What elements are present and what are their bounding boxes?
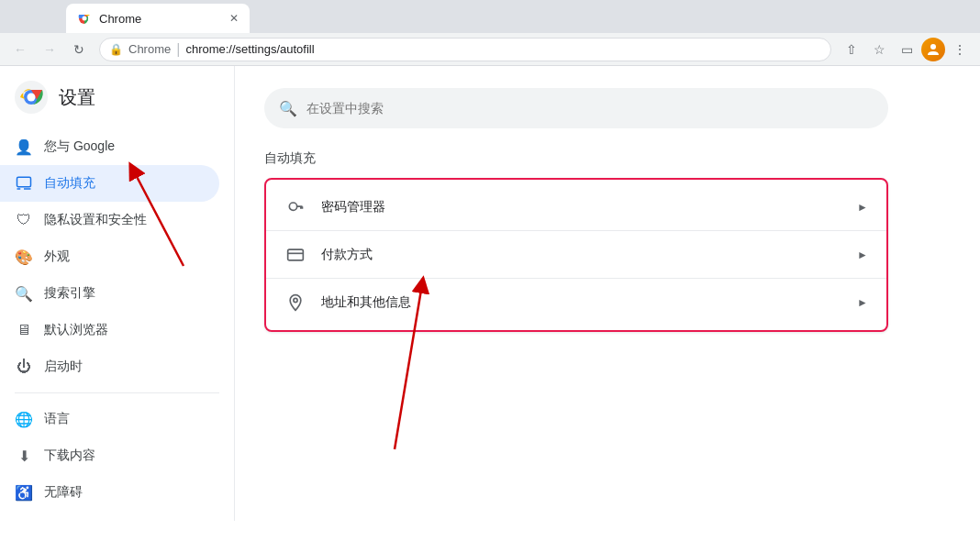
sidebar-item-download[interactable]: ⬇ 下载内容 <box>0 437 219 474</box>
sidebar-label-google: 您与 Google <box>44 138 115 155</box>
svg-point-2 <box>930 44 936 50</box>
sidebar-item-search[interactable]: 🔍 搜索引擎 <box>0 275 219 312</box>
settings-title: 设置 <box>59 85 95 110</box>
sidebar-item-accessibility[interactable]: ♿ 无障碍 <box>0 474 219 511</box>
location-pin-icon <box>284 293 306 312</box>
sidebar-item-language[interactable]: 🌐 语言 <box>0 401 219 437</box>
sidebar-label-startup: 启动时 <box>44 359 83 375</box>
sidebar-item-startup[interactable]: ⏻ 启动时 <box>0 348 219 385</box>
address-bar[interactable]: 🔒 Chrome | chrome://settings/autofill <box>99 38 831 61</box>
sidebar-label-browser: 默认浏览器 <box>44 322 108 338</box>
forward-button[interactable]: → <box>37 37 62 62</box>
key-icon <box>284 198 306 216</box>
sidebar-label-download: 下载内容 <box>44 447 95 464</box>
autofill-box: 密码管理器 ► 付款方式 ► <box>264 178 888 332</box>
window-button[interactable]: ▭ <box>894 37 919 62</box>
sidebar-label-autofill: 自动填充 <box>44 175 95 192</box>
tab-close-button[interactable]: ✕ <box>229 12 239 25</box>
bookmark-button[interactable]: ☆ <box>866 37 892 62</box>
menu-button[interactable]: ⋮ <box>947 37 973 62</box>
profile-icon <box>926 42 941 57</box>
tab-title: Chrome <box>99 12 222 26</box>
profile-button[interactable] <box>921 38 945 61</box>
sidebar-label-search: 搜索引擎 <box>44 285 95 302</box>
settings-header: 设置 <box>0 81 234 128</box>
sidebar-divider <box>15 392 219 393</box>
address-label: 地址和其他信息 <box>321 294 857 311</box>
sidebar: 设置 👤 您与 Google 自动填充 🛡 隐私设置和安全 <box>0 66 235 521</box>
sidebar-item-appearance[interactable]: 🎨 外观 <box>0 238 219 275</box>
sidebar-item-privacy[interactable]: 🛡 隐私设置和安全性 <box>0 202 219 238</box>
browser-icon: 🖥 <box>15 322 33 338</box>
palette-icon: 🎨 <box>15 248 33 266</box>
autofill-section-title: 自动填充 <box>264 150 951 167</box>
back-button[interactable]: ← <box>7 37 33 62</box>
sidebar-label-privacy: 隐私设置和安全性 <box>44 212 147 228</box>
tab-favicon <box>77 11 92 26</box>
search-input[interactable] <box>306 101 874 116</box>
tab-bar: Chrome ✕ <box>0 0 980 33</box>
autofill-item-payment[interactable]: 付款方式 ► <box>266 231 886 279</box>
search-icon: 🔍 <box>279 100 297 117</box>
sidebar-label-appearance: 外观 <box>44 248 70 265</box>
lock-icon: 🔒 <box>109 43 123 56</box>
sidebar-item-autofill[interactable]: 自动填充 <box>0 165 219 202</box>
address-text: chrome://settings/autofill <box>185 42 821 56</box>
download-icon: ⬇ <box>15 447 33 465</box>
share-button[interactable]: ⇧ <box>839 37 864 62</box>
shield-icon: 🛡 <box>15 212 33 228</box>
main-content: 🔍 自动填充 密码管理器 <box>235 66 980 521</box>
address-bar-row: ← → ↻ 🔒 Chrome | chrome://settings/autof… <box>0 33 980 66</box>
autofill-item-passwords[interactable]: 密码管理器 ► <box>266 183 886 231</box>
svg-point-1 <box>83 17 87 21</box>
reload-button[interactable]: ↻ <box>66 37 92 62</box>
svg-point-5 <box>28 94 36 102</box>
page-layout: 设置 👤 您与 Google 自动填充 🛡 隐私设置和安全 <box>0 66 980 521</box>
toolbar-right: ⇧ ☆ ▭ ⋮ <box>839 37 973 62</box>
autofill-icon <box>15 175 33 192</box>
card-icon <box>284 246 306 264</box>
search-engine-icon: 🔍 <box>15 285 33 303</box>
svg-point-12 <box>294 298 297 302</box>
svg-rect-6 <box>17 177 31 187</box>
active-tab[interactable]: Chrome ✕ <box>66 4 250 33</box>
passwords-arrow: ► <box>857 201 868 214</box>
system-icon: 🔧 <box>15 521 33 522</box>
sidebar-item-system[interactable]: 🔧 系统 <box>0 511 219 521</box>
sidebar-item-google[interactable]: 👤 您与 Google <box>0 128 219 165</box>
search-bar-wrap: 🔍 <box>264 88 951 128</box>
autofill-item-address[interactable]: 地址和其他信息 ► <box>266 279 886 326</box>
search-bar: 🔍 <box>264 88 888 128</box>
startup-icon: ⏻ <box>15 359 33 375</box>
address-arrow: ► <box>857 296 868 309</box>
payment-label: 付款方式 <box>321 247 857 263</box>
accessibility-icon: ♿ <box>15 484 33 502</box>
globe-icon: 🌐 <box>15 411 33 428</box>
autofill-section: 自动填充 密码管理器 ► <box>264 150 951 332</box>
payment-arrow: ► <box>857 248 868 261</box>
sidebar-label-language: 语言 <box>44 411 70 427</box>
sidebar-item-browser[interactable]: 🖥 默认浏览器 <box>0 312 219 348</box>
passwords-label: 密码管理器 <box>321 199 857 215</box>
site-name: Chrome <box>128 42 171 56</box>
person-icon: 👤 <box>15 138 33 156</box>
chrome-logo <box>15 81 48 114</box>
svg-point-9 <box>289 203 296 210</box>
sidebar-label-accessibility: 无障碍 <box>44 484 83 501</box>
svg-rect-10 <box>288 249 304 260</box>
